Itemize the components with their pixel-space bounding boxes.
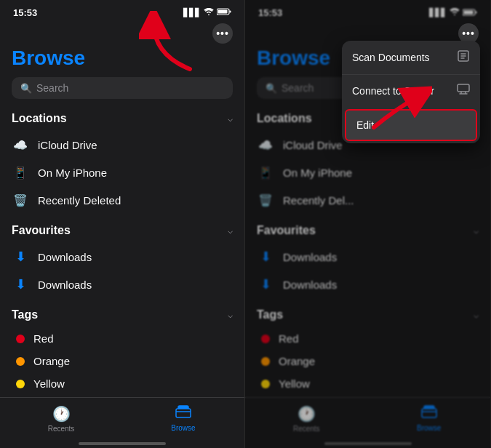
status-bar-left: 15:53 ▋▋▋: [0, 0, 244, 22]
icloud-icon-left: ☁️: [12, 136, 29, 153]
deleted-icon-left: 🗑️: [12, 191, 29, 209]
orange-label-left: Orange: [33, 355, 70, 367]
yellow-dot-left: [16, 380, 25, 388]
list-item-iphone-left[interactable]: 📱 On My iPhone: [12, 159, 233, 186]
popup-edit[interactable]: Edit: [346, 111, 476, 140]
deleted-label-left: Recently Deleted: [38, 194, 121, 207]
iphone-icon-left: 📱: [12, 164, 29, 181]
section-favourites-left: Favourites ⌵ ⬇ Downloads ⬇ Downloads: [12, 224, 233, 298]
list-item-yellow-left[interactable]: Yellow: [12, 372, 233, 395]
more-dots-right: •••: [462, 28, 475, 39]
list-item-red-left[interactable]: Red: [12, 327, 233, 350]
popup-scan-documents[interactable]: Scan Documents: [342, 41, 480, 74]
browse-label-left: Browse: [171, 424, 195, 432]
scan-documents-icon: [457, 49, 470, 65]
list-item-downloads2-left[interactable]: ⬇ Downloads: [12, 271, 233, 298]
list-item-icloud-left[interactable]: ☁️ iCloud Drive: [12, 131, 233, 159]
phone-panel-right: 15:53 ▋▋▋ ••• Scan Documents Connect to …: [245, 0, 490, 448]
downloads1-label-left: Downloads: [38, 251, 92, 263]
section-tags-left: Tags ⌵ Red Orange Yellow Green Blue: [12, 308, 233, 397]
chevron-down-locations-left[interactable]: ⌵: [228, 113, 233, 124]
popup-connect-server[interactable]: Connect to Server: [342, 74, 480, 107]
content-left: Browse 🔍 Search Locations ⌵ ☁️ iCloud Dr…: [0, 47, 244, 397]
signal-icon-left: ▋▋▋: [183, 8, 201, 17]
red-dot-left: [16, 335, 25, 343]
list-item-orange-left[interactable]: Orange: [12, 350, 233, 372]
svg-rect-2: [218, 10, 228, 14]
downloads1-icon-left: ⬇: [12, 248, 29, 265]
top-bar-left: •••: [0, 22, 244, 47]
home-indicator-left: [79, 442, 166, 445]
iphone-label-left: On My iPhone: [38, 167, 107, 179]
yellow-label-left: Yellow: [33, 377, 65, 390]
chevron-down-tags-left[interactable]: ⌵: [228, 310, 233, 320]
tab-recents-left[interactable]: 🕐 Recents: [0, 398, 122, 439]
search-icon-left: 🔍: [20, 83, 32, 94]
recents-icon-left: 🕐: [52, 405, 71, 423]
svg-rect-1: [230, 11, 231, 13]
page-title-left: Browse: [12, 47, 233, 70]
downloads2-icon-left: ⬇: [12, 276, 29, 293]
battery-icon-left: [217, 8, 231, 17]
tab-bar-left: 🕐 Recents Browse: [0, 397, 244, 439]
section-title-fav-left: Favourites: [12, 224, 71, 237]
phone-panel-left: 15:53 ▋▋▋ ••• Browse: [0, 0, 245, 448]
downloads2-label-left: Downloads: [38, 279, 92, 291]
icloud-label-left: iCloud Drive: [38, 139, 97, 151]
more-dots-left: •••: [216, 28, 229, 39]
list-item-deleted-left[interactable]: 🗑️ Recently Deleted: [12, 186, 233, 214]
search-bar-left[interactable]: 🔍 Search: [12, 77, 233, 99]
svg-rect-4: [176, 409, 191, 417]
status-time-left: 15:53: [13, 7, 37, 18]
chevron-down-fav-left[interactable]: ⌵: [228, 225, 233, 236]
search-text-left: Search: [36, 82, 68, 94]
section-locations-left: Locations ⌵ ☁️ iCloud Drive 📱 On My iPho…: [12, 112, 233, 214]
edit-label: Edit: [356, 119, 374, 131]
list-item-downloads1-left[interactable]: ⬇ Downloads: [12, 243, 233, 271]
section-header-tags-left: Tags ⌵: [12, 308, 233, 321]
more-button-left[interactable]: •••: [212, 23, 233, 44]
connect-server-icon: [457, 84, 470, 98]
section-title-tags-left: Tags: [12, 308, 38, 321]
scan-documents-label: Scan Documents: [352, 52, 430, 63]
red-label-left: Red: [33, 332, 54, 345]
popup-edit-highlighted[interactable]: Edit: [345, 109, 477, 141]
orange-dot-left: [16, 357, 25, 366]
popup-menu-right: Scan Documents Connect to Server Edit: [342, 41, 480, 143]
svg-rect-9: [458, 84, 469, 92]
section-header-fav-left: Favourites ⌵: [12, 224, 233, 237]
browse-icon-left: [175, 405, 191, 422]
tab-browse-left[interactable]: Browse: [122, 398, 244, 439]
status-icons-left: ▋▋▋: [183, 8, 231, 17]
wifi-icon-left: [204, 8, 214, 17]
connect-server-label: Connect to Server: [352, 85, 434, 97]
section-title-locations-left: Locations: [12, 112, 67, 125]
recents-label-left: Recents: [48, 425, 75, 433]
section-header-locations-left: Locations ⌵: [12, 112, 233, 125]
